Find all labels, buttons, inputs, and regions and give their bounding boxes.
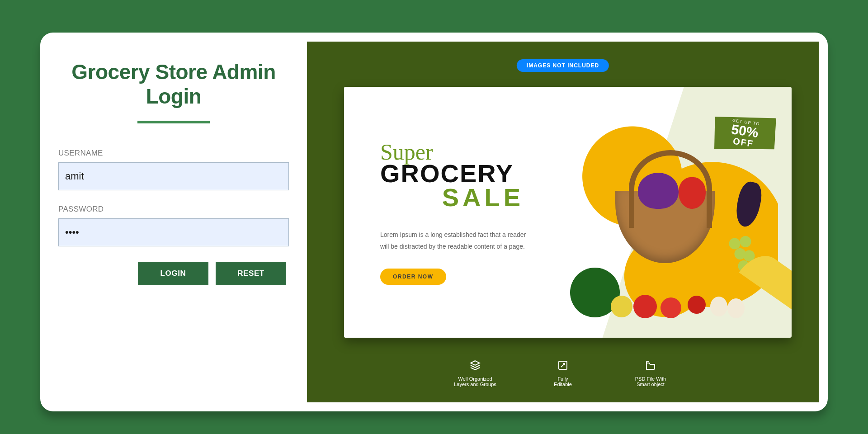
svg-marker-0 — [471, 361, 480, 365]
feature-psd: PSD File With Smart object — [623, 360, 678, 387]
promo-panel: IMAGES NOT INCLUDED Super GROCERY SALE L… — [307, 42, 819, 402]
login-panel: Grocery Store Admin Login USERNAME PASSW… — [40, 33, 307, 411]
tomato-icon — [660, 297, 681, 318]
login-form: USERNAME PASSWORD LOGIN RESET — [58, 149, 289, 285]
images-not-included-badge: IMAGES NOT INCLUDED — [517, 59, 609, 72]
button-row: LOGIN RESET — [58, 262, 289, 285]
tomato-icon — [633, 295, 657, 318]
reset-button[interactable]: RESET — [216, 262, 286, 285]
hero-banner: Super GROCERY SALE Lorem Ipsum is a long… — [344, 87, 792, 338]
username-label: USERNAME — [58, 149, 289, 158]
hero-grocery: GROCERY — [380, 162, 534, 185]
edit-icon — [557, 360, 568, 371]
feature-editable: Fully Editable — [536, 360, 590, 387]
feature-row: Well Organized Layers and Groups Fully E… — [448, 360, 678, 387]
pepper-icon — [679, 177, 706, 209]
login-card: Grocery Store Admin Login USERNAME PASSW… — [40, 33, 828, 411]
folder-icon — [645, 360, 656, 371]
hero-sale: SALE — [380, 185, 534, 210]
feature-label: Well Organized Layers and Groups — [448, 376, 502, 387]
login-button[interactable]: LOGIN — [138, 262, 208, 285]
egg-icon — [727, 298, 745, 318]
hero-body: Lorem Ipsum is a long established fact t… — [380, 229, 534, 252]
password-label: PASSWORD — [58, 205, 289, 214]
tomato-icon — [688, 296, 706, 314]
feature-label: PSD File With Smart object — [623, 376, 678, 387]
password-input[interactable] — [58, 218, 289, 246]
hero-copy: Super GROCERY SALE Lorem Ipsum is a long… — [380, 139, 534, 285]
feature-label: Fully Editable — [536, 376, 590, 387]
cabbage-icon — [638, 173, 679, 209]
order-now-button[interactable]: ORDER NOW — [380, 269, 446, 285]
discount-off: OFF — [732, 136, 754, 148]
title-underline — [137, 121, 210, 123]
page-title: Grocery Store Admin Login — [58, 60, 289, 109]
username-input[interactable] — [58, 162, 289, 190]
feature-layers: Well Organized Layers and Groups — [448, 360, 502, 387]
lemon-icon — [611, 296, 632, 317]
layers-icon — [470, 360, 481, 371]
egg-icon — [710, 297, 727, 316]
